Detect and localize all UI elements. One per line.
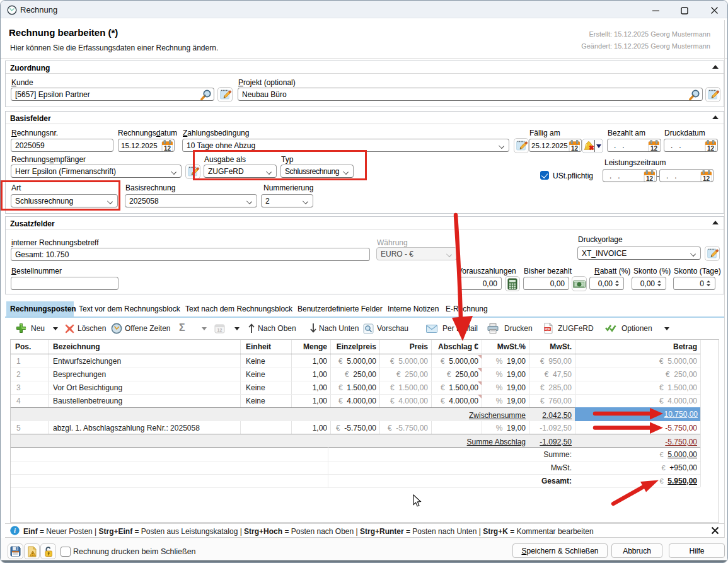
svg-text:12: 12	[217, 328, 222, 332]
svg-text:PDF: PDF	[545, 328, 550, 331]
